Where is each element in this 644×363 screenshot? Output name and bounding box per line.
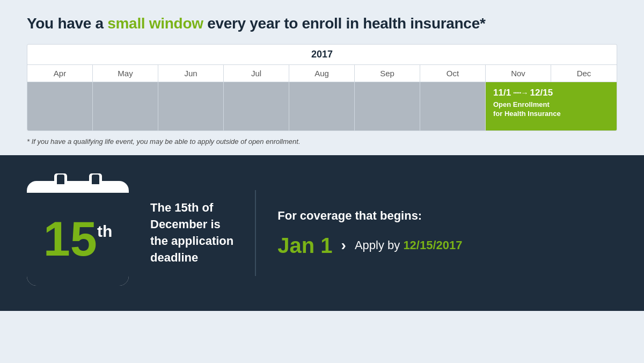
month-nov: Nov (486, 65, 551, 82)
calendar-year: 2017 (27, 45, 617, 65)
footnote: * If you have a qualifying life event, y… (27, 137, 617, 146)
headline: You have a small window every year to en… (27, 15, 617, 32)
month-dec: Dec (551, 65, 617, 82)
calendar-icon-body: 15th (27, 193, 129, 286)
calendar: 2017 Apr May Jun Jul Aug Sep Oct Nov Dec (27, 44, 617, 131)
enrollment-end: 12/15 (530, 88, 553, 98)
bottom-section: 15th The 15th of December is the applica… (0, 155, 644, 311)
month-jun: Jun (158, 65, 224, 82)
deadline-text: The 15th of December is the application … (150, 200, 233, 266)
months-header: Apr May Jun Jul Aug Sep Oct Nov Dec (27, 65, 617, 82)
calendar-rings (27, 173, 129, 191)
headline-green: small window (107, 15, 203, 32)
calendar-day-number: 15th (43, 215, 112, 263)
open-enrollment-label: Open Enrollment for Health Insurance (493, 100, 609, 119)
bar-may (93, 82, 158, 130)
coverage-arrow-icon: › (341, 237, 346, 254)
enrollment-arrow: ·····→ (513, 89, 528, 97)
apply-by-text: Apply by 12/15/2017 (355, 238, 463, 252)
coverage-info: For coverage that begins: Jan 1 › Apply … (277, 209, 617, 258)
enrollment-start: 11/1 (493, 88, 511, 98)
day-suffix: th (97, 223, 112, 239)
bar-aug (289, 82, 355, 130)
headline-part2: every year to enroll in health insurance… (203, 15, 486, 32)
month-jul: Jul (224, 65, 289, 82)
month-apr: Apr (27, 65, 93, 82)
coverage-start-date: Jan 1 (277, 234, 332, 258)
bar-sep (355, 82, 420, 130)
bar-oct (420, 82, 486, 130)
month-aug: Aug (289, 65, 355, 82)
vertical-divider (255, 190, 256, 276)
bar-apr (27, 82, 93, 130)
calendar-icon: 15th (27, 181, 129, 286)
page-wrapper: You have a small window every year to en… (0, 0, 644, 311)
month-sep: Sep (355, 65, 420, 82)
apply-by-date: 12/15/2017 (403, 238, 462, 252)
month-may: May (93, 65, 158, 82)
ring-right (89, 173, 102, 191)
day-number: 15 (43, 215, 97, 263)
calendar-bars: 11/1 ·····→ 12/15 Open Enrollment for He… (27, 82, 617, 130)
top-section: You have a small window every year to en… (0, 0, 644, 155)
headline-part1: You have a (27, 15, 107, 32)
ring-left (54, 173, 67, 191)
bar-jun (158, 82, 224, 130)
coverage-row: Jan 1 › Apply by 12/15/2017 (277, 234, 617, 258)
month-oct: Oct (420, 65, 486, 82)
bar-jul (224, 82, 289, 130)
coverage-title: For coverage that begins: (277, 209, 617, 223)
open-enrollment-dates: 11/1 ·····→ 12/15 (493, 88, 609, 98)
bar-open-enrollment: 11/1 ·····→ 12/15 Open Enrollment for He… (486, 82, 617, 130)
